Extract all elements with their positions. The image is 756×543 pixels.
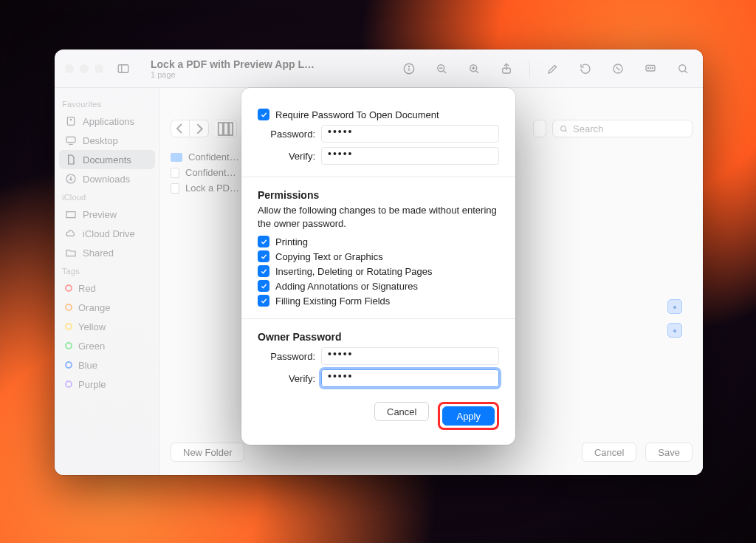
svg-point-16 [650, 67, 650, 68]
nav-back-forward[interactable] [171, 120, 209, 137]
sidebar-tag-blue[interactable]: Blue [59, 355, 155, 375]
sidebar-tag-green[interactable]: Green [59, 336, 155, 355]
save-button[interactable]: Save [645, 443, 693, 462]
sidebar-tag-yellow[interactable]: Yellow [59, 317, 155, 336]
svg-line-7 [444, 70, 446, 72]
titlebar: Lock a PDF with Preview App L… 1 page [55, 49, 703, 88]
dialog-actions: Cancel Apply [258, 402, 499, 430]
cancel-button[interactable]: Cancel [374, 402, 429, 421]
zoom-in-icon[interactable] [464, 59, 484, 78]
annotate-icon[interactable] [641, 59, 660, 78]
highlight-icon[interactable] [608, 59, 628, 78]
open-password-field[interactable]: ••••• [321, 125, 499, 143]
permission-copying[interactable]: Copying Text or Graphics [258, 250, 499, 262]
svg-line-29 [565, 130, 566, 132]
minimize-traffic-light[interactable] [80, 64, 89, 73]
info-icon[interactable] [399, 59, 419, 78]
sidebar-item-desktop[interactable]: Desktop [59, 131, 155, 150]
sidebar-item-label: Preview [83, 209, 117, 220]
file-column: Confident… Confident… Lock a PD… [171, 151, 239, 194]
owner-verify-label: Verify: [258, 373, 315, 384]
require-password-row[interactable]: Require Password To Open Document [258, 109, 499, 120]
sidebar-item-label: Purple [78, 379, 106, 390]
checkbox-checked-icon[interactable] [258, 265, 269, 277]
sidebar-item-label: Yellow [78, 321, 106, 332]
list-item[interactable]: Confident… [171, 151, 239, 163]
sidebar-item-label: Desktop [83, 135, 118, 146]
sidebar-item-icloud-drive[interactable]: iCloud Drive [59, 224, 155, 243]
sidebar-item-documents[interactable]: Documents [59, 150, 155, 169]
search-field[interactable]: Search [552, 120, 693, 137]
permission-form-fields[interactable]: Filling Existing Form Fields [258, 295, 499, 307]
option-stepper[interactable] [667, 323, 682, 338]
window-controls[interactable] [65, 64, 103, 73]
sidebar-item-shared[interactable]: Shared [59, 243, 155, 262]
back-button[interactable] [171, 120, 190, 137]
tag-dot-icon [65, 380, 72, 388]
new-folder-button[interactable]: New Folder [171, 443, 244, 462]
sidebar-toggle-button[interactable] [112, 59, 134, 78]
share-icon[interactable] [497, 59, 516, 78]
search-icon [559, 124, 568, 134]
dialog-separator [241, 177, 515, 177]
sidebar-item-label: Red [78, 283, 96, 294]
rotate-icon[interactable] [576, 59, 595, 78]
apply-button[interactable]: Apply [442, 406, 495, 426]
owner-verify-field[interactable]: ••••• [321, 369, 499, 387]
permission-label: Filling Existing Form Fields [275, 296, 390, 307]
permission-annotations[interactable]: Adding Annotations or Signatures [258, 280, 499, 292]
checkbox-checked-icon[interactable] [258, 280, 269, 292]
permission-label: Inserting, Deleting or Rotating Pages [275, 266, 432, 277]
document-icon [171, 183, 179, 194]
option-stepper[interactable] [667, 299, 682, 314]
sidebar-tag-red[interactable]: Red [59, 279, 155, 298]
tag-dot-icon [65, 323, 72, 330]
document-icon [171, 168, 179, 178]
toolbar-icons [399, 59, 693, 78]
sidebar-item-preview[interactable]: Preview [59, 205, 155, 224]
search-icon[interactable] [673, 59, 693, 78]
list-item[interactable]: Lock a PD… [171, 182, 239, 194]
checkbox-checked-icon[interactable] [258, 109, 269, 120]
list-item[interactable]: Confident… [171, 167, 239, 178]
tag-dot-icon [65, 361, 72, 369]
save-cancel-button[interactable]: Cancel [582, 443, 636, 462]
zoom-out-icon[interactable] [432, 59, 451, 78]
svg-rect-22 [66, 137, 75, 142]
view-mode-segment[interactable] [215, 120, 237, 137]
save-panel-footer: New Folder Cancel Save [171, 443, 693, 462]
permission-inserting[interactable]: Inserting, Deleting or Rotating Pages [258, 265, 499, 277]
permission-label: Copying Text or Graphics [275, 251, 383, 262]
checkbox-checked-icon[interactable] [258, 250, 269, 262]
sidebar-item-downloads[interactable]: Downloads [59, 169, 155, 188]
sidebar-section-header: iCloud [62, 193, 152, 202]
checkbox-checked-icon[interactable] [258, 295, 269, 307]
sidebar-item-label: Downloads [83, 174, 130, 185]
permission-printing[interactable]: Printing [258, 236, 499, 247]
file-label: Lock a PD… [185, 182, 239, 194]
sidebar-item-applications[interactable]: Applications [59, 112, 155, 131]
finder-sidebar: Favourites Applications Desktop Document… [55, 88, 159, 475]
tag-dot-icon [65, 304, 72, 311]
file-label: Confident… [185, 167, 236, 178]
dialog-separator [241, 318, 515, 319]
svg-point-28 [561, 126, 566, 131]
sidebar-tag-purple[interactable]: Purple [59, 375, 155, 394]
svg-point-15 [647, 67, 648, 68]
column-view-icon[interactable] [215, 120, 237, 137]
folder-icon [171, 153, 182, 162]
forward-button[interactable] [190, 120, 209, 137]
owner-password-field[interactable]: ••••• [321, 347, 499, 365]
toolbar-separator [529, 61, 530, 77]
open-verify-field[interactable]: ••••• [321, 147, 499, 165]
markup-icon[interactable] [543, 59, 563, 78]
checkbox-checked-icon[interactable] [258, 236, 269, 247]
svg-rect-25 [219, 123, 223, 135]
window-subtitle: 1 page [151, 70, 315, 79]
apply-highlight: Apply [438, 402, 499, 430]
zoom-traffic-light[interactable] [94, 64, 103, 73]
close-traffic-light[interactable] [65, 64, 74, 73]
collapse-stepper[interactable] [533, 120, 546, 137]
sidebar-tag-orange[interactable]: Orange [59, 298, 155, 317]
password-label: Password: [258, 129, 315, 140]
